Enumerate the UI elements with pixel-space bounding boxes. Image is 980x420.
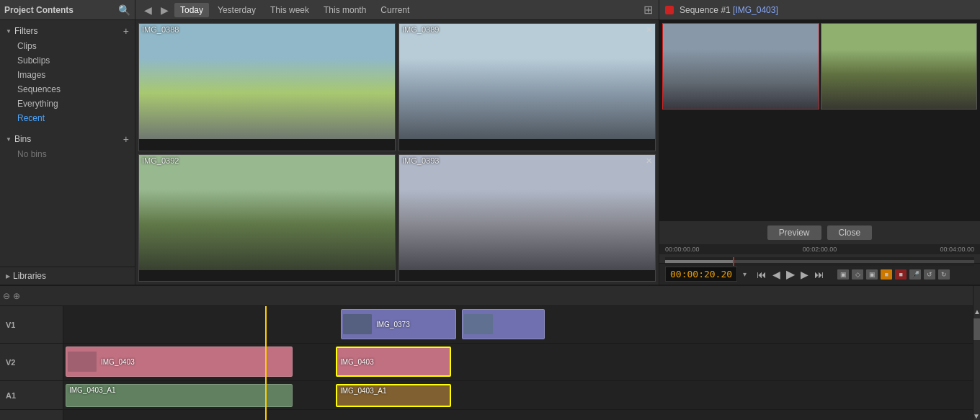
- thumb-label-0388: IMG_0388: [142, 25, 179, 34]
- timeline-scrollbar-vertical[interactable]: ▲ ▼: [973, 306, 980, 420]
- timeline-strip-bar[interactable]: [665, 257, 974, 266]
- panel-header: Project Contents 🔍: [0, 0, 135, 20]
- clip-audio-0403-a1-b[interactable]: IMG_0403_A1: [336, 384, 451, 407]
- close-button[interactable]: Close: [827, 225, 873, 240]
- sequence-viewer: [659, 20, 980, 220]
- libraries-label: Libraries: [13, 271, 46, 281]
- filter-label: Filters: [14, 26, 38, 36]
- filter-sequences[interactable]: Sequences: [0, 82, 135, 97]
- no-bins-label: No bins: [0, 147, 135, 161]
- clip-img-0373[interactable]: IMG_0373: [341, 309, 456, 339]
- timeline-strip-labels: 00:00:00.00 00:02:00.00 00:04:00.00: [659, 244, 980, 254]
- clip-label-0403-v2: IMG_0403: [98, 357, 138, 367]
- filter-add-icon[interactable]: +: [123, 25, 129, 37]
- clip-label-audio-0403: IMG_0403_A1: [66, 385, 292, 396]
- thumbnail-img-0392[interactable]: IMG_0392: [138, 154, 396, 282]
- left-panel: Project Contents 🔍 ▼ Filters + Clips Sub…: [0, 0, 135, 285]
- thumbnail-img-0389[interactable]: IMG_0389 ✕: [398, 23, 656, 151]
- clip-thumb-0373b: [464, 314, 493, 334]
- tab-current[interactable]: Current: [375, 3, 415, 17]
- playback-controls: ⏮ ◀ ▶ ▶ ⏭: [755, 267, 826, 282]
- track-content-area: IMG_0373 IMG_0403: [63, 306, 973, 420]
- time-dropdown-icon[interactable]: ▾: [743, 270, 747, 278]
- browser-toolbar: ◀ ▶ Today Yesterday This week This month…: [135, 0, 659, 20]
- track-v2: IMG_0403 IMG_0403: [63, 344, 973, 381]
- clip-label-0403-selected: IMG_0403: [337, 357, 377, 367]
- playhead: [265, 306, 267, 420]
- track-label-v1: V1: [0, 306, 63, 344]
- track-label-a1: A1: [0, 381, 63, 410]
- thumb-close-0389[interactable]: ✕: [646, 25, 652, 35]
- clip-img-0373-b[interactable]: [462, 309, 545, 339]
- sequence-time-display: 00:00:20.20 ▾ ⏮ ◀ ▶ ▶ ⏭ ▣ ◇ ▣ ■ ■ 🎤 ↺ ↻: [659, 263, 980, 285]
- thumbnail-img-0393[interactable]: IMG_0393 ✕: [398, 154, 656, 282]
- back-button[interactable]: ◀: [141, 3, 155, 17]
- tool-icon-8[interactable]: ↻: [938, 269, 950, 280]
- go-end-button[interactable]: ⏭: [813, 268, 826, 281]
- libraries-header[interactable]: ▶ Libraries: [0, 267, 135, 285]
- sequence-title: Sequence #1 [IMG_0403]: [680, 5, 778, 15]
- thumb-label-0392: IMG_0392: [142, 156, 179, 165]
- clip-img-0403-v2-selected[interactable]: IMG_0403: [336, 347, 451, 377]
- track-a1: IMG_0403_A1 IMG_0403_A1: [63, 381, 973, 410]
- tab-this-month[interactable]: This month: [318, 3, 372, 17]
- filter-recent[interactable]: Recent: [0, 111, 135, 125]
- top-area: Project Contents 🔍 ▼ Filters + Clips Sub…: [0, 0, 980, 285]
- seq-thumb-2[interactable]: [821, 23, 978, 110]
- filter-triangle-icon: ▼: [6, 28, 12, 35]
- sequence-controls: Preview Close: [659, 220, 980, 244]
- thumbnail-grid: IMG_0388 IMG_0389 ✕ IMG_0392 IMG_0393 ✕: [135, 20, 659, 285]
- go-start-button[interactable]: ⏮: [755, 268, 768, 281]
- timeline-track-labels-header: ⊖ ⊕: [0, 291, 63, 301]
- tab-yesterday[interactable]: Yesterday: [212, 3, 262, 17]
- bins-header: ▼ Bins +: [0, 131, 135, 147]
- filter-everything[interactable]: Everything: [0, 97, 135, 111]
- sequence-thumbnails: [659, 20, 980, 220]
- grid-view-button[interactable]: ⊞: [643, 3, 653, 17]
- tool-icon-2[interactable]: ◇: [852, 269, 863, 280]
- bins-add-icon[interactable]: +: [123, 133, 129, 145]
- tool-icon-1[interactable]: ▣: [837, 269, 849, 280]
- sequence-subtitle: [IMG_0403]: [733, 5, 778, 15]
- tool-icon-3[interactable]: ▣: [866, 269, 878, 280]
- tool-icon-6[interactable]: 🎤: [909, 269, 921, 280]
- scroll-up-icon[interactable]: ▲: [974, 306, 980, 316]
- current-time-display[interactable]: 00:00:20.20: [665, 267, 737, 282]
- scroll-down-icon[interactable]: ▼: [973, 412, 980, 420]
- filter-subclips[interactable]: Subclips: [0, 53, 135, 68]
- clip-label-0373: IMG_0373: [373, 319, 413, 330]
- timeline-zoom-out-icon[interactable]: ⊖: [3, 291, 10, 301]
- thumbnail-img-0388[interactable]: IMG_0388: [138, 23, 396, 151]
- search-icon[interactable]: 🔍: [118, 4, 130, 16]
- step-back-button[interactable]: ◀: [771, 268, 782, 281]
- bins-section: ▼ Bins + No bins: [0, 128, 135, 164]
- step-forward-button[interactable]: ▶: [799, 268, 810, 281]
- libraries-collapse-icon: ▶: [6, 273, 10, 280]
- forward-button[interactable]: ▶: [158, 3, 172, 17]
- filter-clips[interactable]: Clips: [0, 39, 135, 53]
- timeline-zoom-in-icon[interactable]: ⊕: [13, 291, 20, 301]
- tab-today[interactable]: Today: [174, 3, 209, 17]
- clip-img-0403-v2[interactable]: IMG_0403: [66, 347, 293, 377]
- play-button[interactable]: ▶: [785, 267, 796, 282]
- preview-button[interactable]: Preview: [767, 225, 821, 240]
- filter-section: ▼ Filters + Clips Subclips Images Sequen…: [0, 20, 135, 128]
- libraries-section: ▶ Libraries: [0, 267, 135, 285]
- strip-time-2: 00:04:00.00: [940, 246, 974, 253]
- thumb-label-0393: IMG_0393: [402, 156, 439, 165]
- right-panel: Sequence #1 [IMG_0403] Preview Close 00:…: [659, 0, 980, 285]
- browser-panel: ◀ ▶ Today Yesterday This week This month…: [135, 0, 659, 285]
- filter-header: ▼ Filters +: [0, 23, 135, 39]
- tool-icon-7[interactable]: ↺: [924, 269, 935, 280]
- clip-audio-0403-a1[interactable]: IMG_0403_A1: [66, 384, 293, 407]
- tool-icon-4[interactable]: ■: [881, 269, 892, 280]
- toolbar-icons: ▣ ◇ ▣ ■ ■ 🎤 ↺ ↻: [837, 269, 950, 280]
- tab-this-week[interactable]: This week: [264, 3, 315, 17]
- thumb-close-0393[interactable]: ✕: [646, 156, 652, 166]
- clip-thumb-0373: [343, 314, 372, 334]
- seq-thumb-1[interactable]: [662, 23, 819, 110]
- bins-label: Bins: [14, 134, 31, 144]
- tool-icon-5[interactable]: ■: [895, 269, 906, 280]
- filter-images[interactable]: Images: [0, 68, 135, 82]
- scroll-thumb[interactable]: [974, 318, 980, 340]
